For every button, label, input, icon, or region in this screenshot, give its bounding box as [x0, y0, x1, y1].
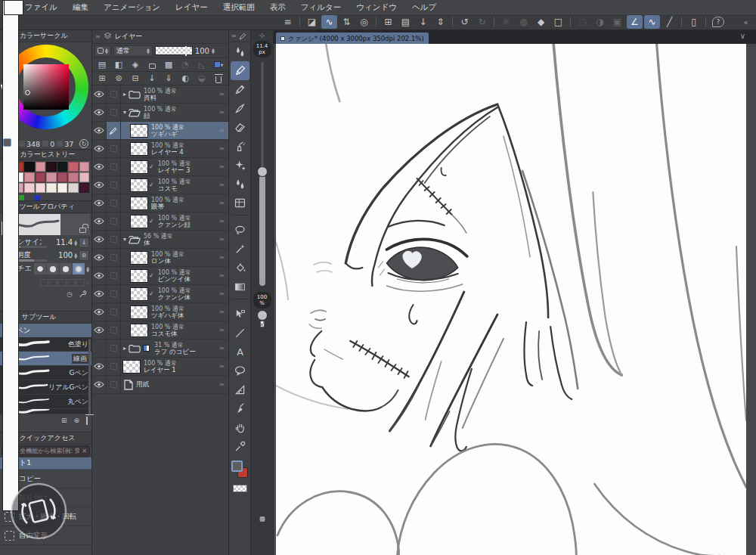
layer-visibility-toggle[interactable]	[92, 285, 107, 302]
main-color-swatches[interactable]	[231, 460, 249, 483]
save-button[interactable]: ↓	[415, 15, 431, 29]
menu-item[interactable]: 選択範囲	[215, 2, 262, 11]
layer-checkbox[interactable]	[107, 231, 121, 248]
layer-thumbnail[interactable]	[122, 360, 141, 374]
layer-checkbox[interactable]	[107, 358, 121, 375]
tool-strip-header[interactable]: ≡	[229, 30, 250, 42]
new-raster-layer-button[interactable]: ⊞	[95, 73, 109, 84]
mask-link-check-icon[interactable]: ✓	[148, 163, 155, 170]
layer-row[interactable]: ✓ 100 % 通常ピンツイ体 ≡	[92, 267, 228, 285]
hand-tool[interactable]	[231, 418, 249, 437]
help-button[interactable]: ?	[712, 17, 724, 27]
layer-thumbnail[interactable]	[130, 324, 148, 337]
layer-checkbox[interactable]	[107, 140, 121, 157]
clear-search-icon[interactable]: ✕	[82, 448, 87, 454]
pen-tool[interactable]	[231, 61, 249, 80]
layer-row[interactable]: ✓ 100 % 通常クァンシ体 ≡	[92, 285, 228, 303]
gradient-tool[interactable]	[231, 278, 249, 296]
snap-to-special-ruler-button[interactable]: ∿	[644, 15, 660, 29]
layer-row[interactable]: 用紙 ≡	[92, 376, 228, 394]
layer-menu-handle[interactable]: ≡	[219, 309, 228, 315]
text-tool[interactable]: A	[231, 343, 249, 361]
layer-thumbnail[interactable]	[130, 215, 148, 228]
history-color-swatch[interactable]	[46, 183, 57, 193]
layer-visibility-toggle[interactable]	[92, 122, 107, 139]
saturation-value-square[interactable]	[23, 64, 69, 110]
layer-checkbox[interactable]	[107, 321, 121, 339]
history-color-swatch[interactable]	[79, 162, 90, 172]
new-layer-dialog-button[interactable]: ⊚	[112, 73, 125, 84]
layer-thumbnail[interactable]	[130, 197, 148, 210]
gesture-button[interactable]: ◍	[516, 15, 531, 29]
layer-checkbox[interactable]	[107, 376, 121, 393]
layer-row[interactable]: ▾ 100 % 通常顔 ≡	[92, 104, 228, 122]
layer-menu-handle[interactable]: ≡	[219, 218, 228, 225]
balloon-tool[interactable]	[231, 361, 249, 380]
layer-row[interactable]: 100 % 通常ツギハギ体 ≡	[92, 303, 228, 321]
layer-visibility-toggle[interactable]	[92, 104, 107, 121]
companion-mode-button[interactable]: ▯	[686, 15, 702, 29]
open-file-button[interactable]: ▤	[398, 15, 414, 29]
fill-tool[interactable]	[231, 259, 249, 278]
layer-visibility-toggle[interactable]	[92, 212, 107, 230]
layer-checkbox[interactable]	[107, 158, 121, 175]
layer-row[interactable]: 100 % 通常コスモ体 ≡	[92, 321, 228, 340]
crop-frame-button[interactable]: □	[550, 15, 566, 29]
layer-menu-handle[interactable]: ≡	[219, 181, 228, 188]
transfer-to-below-button[interactable]: ↓	[145, 73, 159, 84]
object-tool[interactable]	[231, 305, 249, 324]
layer-row[interactable]: ▾ 56 % 通常体 ≡	[92, 231, 228, 249]
blend-mode-select[interactable]: 通常▲▼	[113, 45, 153, 57]
color-mode-toggle-icon[interactable]: ↻	[79, 139, 88, 148]
layer-thumbnail[interactable]	[130, 305, 148, 319]
panel-menu-icon[interactable]: ≡	[95, 33, 101, 40]
undo-button[interactable]: ↺	[457, 15, 472, 29]
subtool-detail-wrench-icon[interactable]	[79, 290, 87, 299]
opacity-zoom-slider[interactable]	[251, 310, 273, 516]
history-color-swatch[interactable]	[57, 162, 68, 172]
layer-row[interactable]: 100 % 通常レイヤー 1 ≡	[92, 358, 228, 376]
lock-transparent-pixels-button[interactable]: ▩	[162, 59, 175, 70]
history-color-swatch[interactable]	[68, 183, 79, 193]
figure-tool[interactable]	[231, 324, 249, 343]
brush-size-stepper[interactable]: ▲▼	[74, 240, 77, 246]
ruler-visibility-button[interactable]: ◺	[195, 59, 209, 70]
layer-menu-handle[interactable]: ≡	[219, 236, 228, 243]
clear-button[interactable]: ◆	[533, 15, 549, 29]
layer-thumbnail[interactable]	[130, 178, 148, 192]
merge-with-below-button[interactable]: ⇓	[162, 73, 175, 84]
antialias-weak-button[interactable]	[47, 263, 59, 274]
menu-item[interactable]: ファイル	[17, 2, 65, 11]
layer-menu-handle[interactable]: ≡	[219, 145, 228, 152]
brush-size-value[interactable]: 11.4	[56, 238, 73, 246]
opacity-stepper[interactable]: ▲▼	[74, 253, 77, 259]
eyedropper-tool[interactable]	[231, 437, 249, 456]
lock-layer-button[interactable]	[145, 59, 159, 70]
canvas[interactable]	[276, 44, 746, 555]
antialias-none-button[interactable]	[34, 263, 46, 274]
opacity-value[interactable]: 100	[58, 251, 73, 259]
antialias-middle-button[interactable]	[60, 263, 72, 274]
deselect-button[interactable]: ◌	[575, 15, 590, 29]
invert-selection-button[interactable]: ◑	[592, 15, 608, 29]
transparent-color-swatch[interactable]	[233, 485, 247, 492]
layer-thumbnail[interactable]	[130, 142, 148, 156]
history-color-swatch[interactable]	[57, 183, 68, 193]
layer-menu-handle[interactable]: ≡	[219, 91, 228, 98]
history-color-swatch[interactable]	[79, 183, 90, 193]
new-folder-button[interactable]: ⊟	[129, 73, 142, 84]
layer-thumbnail[interactable]	[130, 269, 148, 283]
menu-item[interactable]: アニメーション	[96, 2, 168, 11]
antialias-strong-button[interactable]	[73, 263, 85, 274]
editing-layer-pencil-icon[interactable]	[107, 122, 121, 139]
layer-row[interactable]: ✓ 100 % 通常レイヤー 3 ≡	[92, 158, 228, 176]
layer-checkbox[interactable]	[107, 104, 121, 121]
layer-menu-handle[interactable]: ≡	[219, 345, 228, 352]
history-color-swatch[interactable]	[46, 162, 57, 172]
layer-checkbox[interactable]	[107, 194, 121, 212]
layer-visibility-toggle[interactable]	[92, 321, 107, 339]
decoration-tool[interactable]	[231, 156, 249, 175]
history-color-swatch[interactable]	[24, 172, 35, 182]
history-color-swatch[interactable]	[36, 172, 46, 182]
layer-menu-handle[interactable]: ≡	[219, 127, 228, 134]
